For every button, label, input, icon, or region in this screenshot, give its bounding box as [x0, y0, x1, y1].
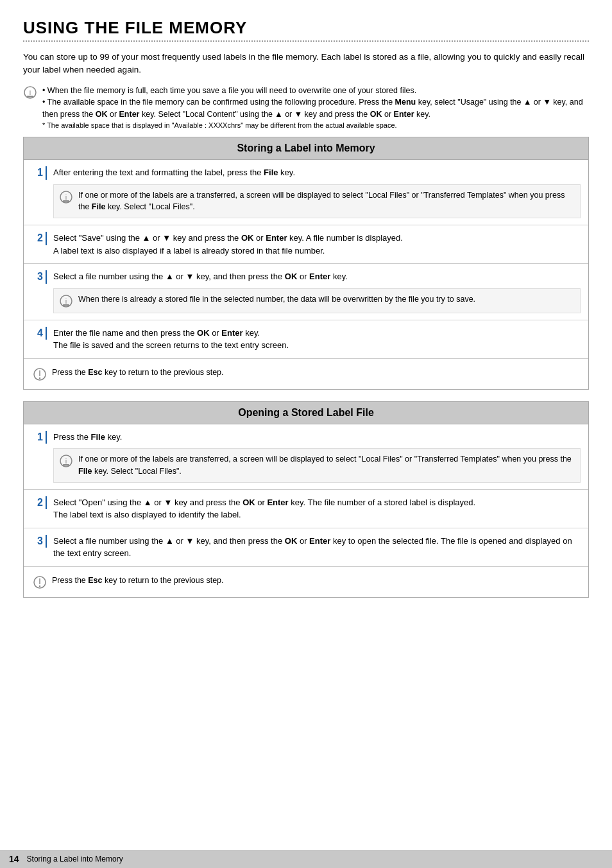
- svg-text:i: i: [65, 457, 67, 465]
- opening-step-1: 1 Press the File key. i If one or more o…: [24, 424, 588, 490]
- note-line-3: * The available space that is displayed …: [42, 121, 589, 130]
- svg-rect-5: [63, 200, 69, 202]
- opening-step-1-note-text: If one or more of the labels are transfe…: [78, 453, 575, 478]
- storing-step-1: 1 After entering the text and formatting…: [24, 160, 588, 225]
- storing-step-4-num: 4: [31, 327, 47, 340]
- svg-text:i: i: [30, 89, 31, 96]
- storing-step-1-content: After entering the text and formatting t…: [53, 166, 581, 218]
- footer-page-num: 14: [9, 854, 19, 864]
- storing-esc-note: Press the Esc key to return to the previ…: [24, 359, 588, 389]
- storing-step-3: 3 Select a file number using the ▲ or ▼ …: [24, 264, 588, 320]
- opening-esc-text: Press the Esc key to return to the previ…: [52, 575, 224, 587]
- svg-rect-2: [27, 96, 33, 98]
- svg-rect-8: [63, 304, 69, 306]
- storing-step-1-note-text: If one or more of the labels are a trans…: [78, 189, 575, 214]
- opening-step-3: 3 Select a file number using the ▲ or ▼ …: [24, 528, 588, 567]
- storing-step-2-num: 2: [31, 232, 47, 245]
- top-notes-text: • When the file memory is full, each tim…: [42, 85, 589, 131]
- opening-section: Opening a Stored Label File 1 Press the …: [23, 401, 589, 598]
- storing-step-3-num: 3: [31, 270, 47, 284]
- storing-step-1-note: i If one or more of the labels are a tra…: [53, 184, 581, 219]
- title-divider: [23, 40, 589, 42]
- storing-step-4-content: Enter the file name and then press the O…: [53, 327, 581, 352]
- page: USING THE FILE MEMORY You can store up t…: [0, 0, 612, 868]
- storing-esc-text: Press the Esc key to return to the previ…: [52, 367, 224, 379]
- storing-step-3-note: i When there is already a stored file in…: [53, 288, 581, 313]
- footer-label: Storing a Label into Memory: [27, 855, 123, 864]
- storing-step-4: 4 Enter the file name and then press the…: [24, 320, 588, 359]
- svg-rect-14: [63, 464, 69, 466]
- storing-section: Storing a Label into Memory 1 After ente…: [23, 137, 589, 390]
- opening-step-2-num: 2: [31, 496, 47, 510]
- note-line-2: • The available space in the file memory…: [42, 96, 589, 121]
- footer: 14 Storing a Label into Memory: [0, 850, 612, 868]
- opening-step-1-num: 1: [31, 431, 47, 444]
- page-title: USING THE FILE MEMORY: [23, 18, 589, 38]
- opening-step1-note-icon: i: [59, 454, 73, 468]
- esc-note-icon-2: [33, 575, 47, 589]
- step3-note-icon: i: [59, 294, 73, 308]
- svg-text:i: i: [65, 297, 67, 305]
- storing-step-3-note-text: When there is already a stored file in t…: [78, 293, 475, 306]
- intro-text: You can store up to 99 of your most freq…: [23, 51, 589, 77]
- svg-point-17: [39, 585, 40, 586]
- opening-step-1-note: i If one or more of the labels are trans…: [53, 448, 581, 483]
- opening-step-2: 2 Select "Open" using the ▲ or ▼ key and…: [24, 490, 588, 528]
- svg-point-11: [39, 377, 40, 378]
- top-note-block: i • When the file memory is full, each t…: [23, 85, 589, 131]
- storing-section-header: Storing a Label into Memory: [24, 137, 588, 160]
- step1-note-icon: i: [59, 190, 73, 204]
- opening-section-header: Opening a Stored Label File: [24, 402, 588, 424]
- note-line-1: • When the file memory is full, each tim…: [42, 85, 589, 97]
- storing-step-1-num: 1: [31, 166, 47, 180]
- opening-step-3-content: Select a file number using the ▲ or ▼ ke…: [53, 535, 581, 560]
- opening-esc-note: Press the Esc key to return to the previ…: [24, 567, 588, 597]
- storing-step-2: 2 Select "Save" using the ▲ or ▼ key and…: [24, 225, 588, 264]
- opening-step-1-content: Press the File key. i If one or more of …: [53, 431, 581, 483]
- esc-note-icon-1: [33, 367, 47, 381]
- opening-step-3-num: 3: [31, 535, 47, 548]
- storing-step-2-content: Select "Save" using the ▲ or ▼ key and p…: [53, 232, 581, 257]
- svg-text:i: i: [65, 193, 67, 201]
- storing-step-3-content: Select a file number using the ▲ or ▼ ke…: [53, 270, 581, 313]
- opening-step-2-content: Select "Open" using the ▲ or ▼ key and p…: [53, 496, 581, 521]
- note-icon-1: i: [23, 85, 37, 100]
